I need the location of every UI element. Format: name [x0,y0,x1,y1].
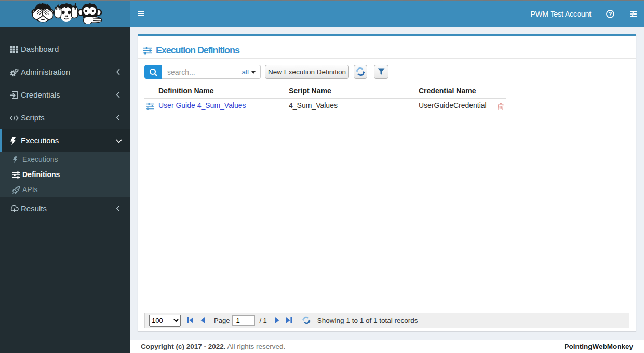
svg-text:?: ? [608,11,612,17]
